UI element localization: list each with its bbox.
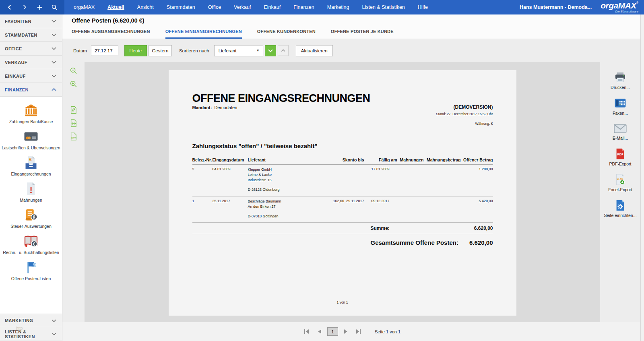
sidebar-item-zahlungen-bank-kasse[interactable]: Zahlungen Bank/Kasse	[9, 103, 53, 124]
menu-aktuell[interactable]: Aktuell	[107, 3, 125, 11]
pagination-bar: 1 Seite 1 von 1	[62, 322, 640, 341]
tab-offene-posten-je-kunde[interactable]: OFFENE POSTEN JE KUNDE	[331, 29, 394, 39]
zoom-100-icon[interactable]: 100%	[69, 132, 78, 141]
topbar-right: Hans Mustermann - Demoda... orgaMAX® Die…	[520, 0, 644, 14]
svg-text:€: €	[33, 242, 35, 246]
tab-offene-kundenkonten[interactable]: OFFENE KUNDENKONTEN	[257, 29, 316, 39]
chevron-down-icon	[52, 47, 56, 50]
preview-tools: 100%	[62, 62, 85, 322]
pdf-export-icon: PDF	[614, 147, 626, 160]
title-row: Offene Posten (6.620,00 €)	[62, 14, 640, 27]
col-faellig-am: Fällig am	[364, 157, 397, 162]
sort-ascending-button[interactable]	[278, 45, 289, 56]
search-icon[interactable]	[50, 2, 60, 12]
forward-icon[interactable]	[19, 2, 30, 12]
fit-width-icon[interactable]	[69, 118, 78, 128]
sum-row: Summe: 6.620,00	[192, 223, 493, 234]
work-area: 100% OFFENE EINGANGSRECHNUNGEN Mandant:D…	[62, 62, 640, 322]
email-button[interactable]: E-Mail...	[613, 122, 628, 141]
first-page-button[interactable]	[302, 327, 312, 336]
chevron-down-icon	[52, 74, 56, 77]
sidebar-item-lastschriften[interactable]: Lastschriften & Überweisungen	[2, 129, 60, 150]
add-icon[interactable]: +	[35, 2, 45, 12]
menu-hilfe[interactable]: Hilfe	[417, 3, 428, 11]
sidebar-item-offene-posten-listen[interactable]: Offene Posten-Listen	[11, 260, 51, 281]
menu-office[interactable]: Office	[208, 3, 221, 11]
sidebar-item-eingangsrechnungen[interactable]: € Eingangsrechnungen	[11, 155, 51, 176]
sidebar-section-office[interactable]: OFFICE	[0, 42, 62, 56]
supplier-address: Beschläge Baumann An den Birken 27 D-370…	[248, 199, 320, 219]
current-page-box[interactable]: 1	[327, 327, 338, 336]
chevron-down-icon	[52, 61, 56, 64]
chevron-up-icon	[52, 88, 56, 91]
tab-offene-eingangsrechnungen[interactable]: OFFENE EINGANGSRECHNUNGEN	[165, 29, 242, 39]
zoom-in-icon[interactable]	[69, 79, 78, 89]
menu-einkauf[interactable]: Einkauf	[263, 3, 281, 11]
report-page: OFFENE EINGANGSRECHNUNGEN Mandant:Demoda…	[169, 70, 516, 316]
sidebar-section-verkauf[interactable]: VERKAUF	[0, 56, 62, 69]
drucken-button[interactable]: Drucken...	[611, 71, 630, 90]
faxen-button[interactable]: Faxen...	[613, 97, 628, 116]
aktualisieren-button[interactable]: Aktualisieren	[296, 45, 333, 56]
topbar-nav-icons: +	[0, 0, 64, 14]
seite-einrichten-button[interactable]: Seite einrichten...	[604, 199, 636, 218]
chevron-down-icon	[268, 49, 273, 52]
sidebar-section-favoriten[interactable]: FAVORITEN	[0, 14, 62, 28]
excel-export-button[interactable]: XLSX Excel-Export	[608, 173, 632, 192]
menu-marketing[interactable]: Marketing	[327, 3, 350, 11]
menu-finanzen[interactable]: Finanzen	[293, 3, 314, 11]
back-icon[interactable]	[4, 2, 15, 12]
last-page-button[interactable]	[353, 327, 363, 336]
email-icon	[613, 122, 627, 134]
fit-page-icon[interactable]	[69, 105, 78, 115]
watermark-text: http	[16, 326, 23, 331]
sort-descending-button[interactable]	[265, 45, 276, 56]
sort-select[interactable]: Lieferant ▼	[214, 45, 263, 56]
sidebar-section-marketing[interactable]: MARKETING http	[0, 314, 62, 327]
page-setup-icon	[614, 199, 626, 212]
sidebar-item-mahnungen[interactable]: Mahnungen	[20, 182, 42, 203]
sort-select-value: Lieferant	[219, 48, 237, 53]
datum-input[interactable]	[91, 45, 118, 56]
sidebar-item-steuer-auswertungen[interactable]: § Steuer-Auswertungen	[10, 208, 52, 229]
chevron-down-icon	[52, 319, 56, 322]
supplier-address: Klepper GmbH Leime & Lacke Industriestr.…	[248, 167, 320, 192]
menu-listen-statistiken[interactable]: Listen & Statistiken	[362, 3, 405, 11]
sidebar-section-finanzen[interactable]: FINANZEN	[0, 83, 62, 97]
menu-verkauf[interactable]: Verkauf	[233, 3, 251, 11]
summe-value: 6.620,00	[474, 225, 493, 231]
current-user-label[interactable]: Hans Mustermann - Demoda...	[520, 4, 592, 10]
previous-page-button[interactable]	[315, 327, 324, 336]
gestern-button[interactable]: Gestern	[149, 45, 172, 56]
pdf-export-button[interactable]: PDF PDF-Export	[609, 147, 632, 166]
sidebar-section-einkauf[interactable]: EINKAUF	[0, 69, 62, 83]
report-viewport[interactable]: OFFENE EINGANGSRECHNUNGEN Mandant:Demoda…	[85, 62, 600, 322]
menu-orgamax[interactable]: orgaMAX	[73, 3, 95, 11]
right-scrollbar[interactable]	[640, 14, 644, 341]
zoom-out-icon[interactable]	[69, 66, 78, 76]
stand-label: Stand: 27. Dezember 2017 15:52 Uhr	[436, 112, 493, 116]
next-page-button[interactable]	[341, 327, 351, 336]
report-meta: (DEMOVERSION) Stand: 27. Dezember 2017 1…	[436, 104, 493, 126]
sidebar-section-stammdaten[interactable]: STAMMDATEN	[0, 28, 62, 42]
accounting-book-icon: €	[24, 234, 38, 248]
col-lieferant: Lieferant	[248, 157, 320, 162]
heute-button[interactable]: Heute	[124, 45, 147, 56]
tab-offene-ausgangsrechnungen[interactable]: OFFENE AUSGANGSRECHNUNGEN	[72, 29, 150, 39]
sidebar: FAVORITEN STAMMDATEN OFFICE VERKAUF EINK…	[0, 14, 62, 341]
printer-icon	[614, 71, 627, 84]
col-mahnungsbetrag: Mahnungsbetrag	[424, 157, 461, 162]
gesamtsumme-label: Gesamtsumme Offene Posten:	[371, 239, 458, 246]
sidebar-item-rechn-buchhaltungslisten[interactable]: € Rechn.- u. Buchhaltungslisten	[3, 234, 59, 255]
finanzen-items: Zahlungen Bank/Kasse Lastschriften & Übe…	[0, 97, 62, 314]
topbar: + orgaMAX Aktuell Ansicht Stammdaten Off…	[0, 0, 644, 14]
menu-ansicht[interactable]: Ansicht	[137, 3, 154, 11]
tabs-row: OFFENE AUSGANGSRECHNUNGEN OFFENE EINGANG…	[62, 27, 640, 39]
sidebar-section-listen-statistiken[interactable]: LISTEN & STATISTIKEN	[0, 327, 62, 341]
menu-stammdaten[interactable]: Stammdaten	[166, 3, 196, 11]
export-panel: Drucken... Faxen...	[600, 62, 640, 322]
flag-icon	[24, 260, 38, 275]
orgamax-logo: orgaMAX® Die Bürosoftware	[601, 1, 638, 13]
page-indicator-label: Seite 1 von 1	[375, 329, 400, 334]
chevron-down-icon	[52, 20, 56, 23]
